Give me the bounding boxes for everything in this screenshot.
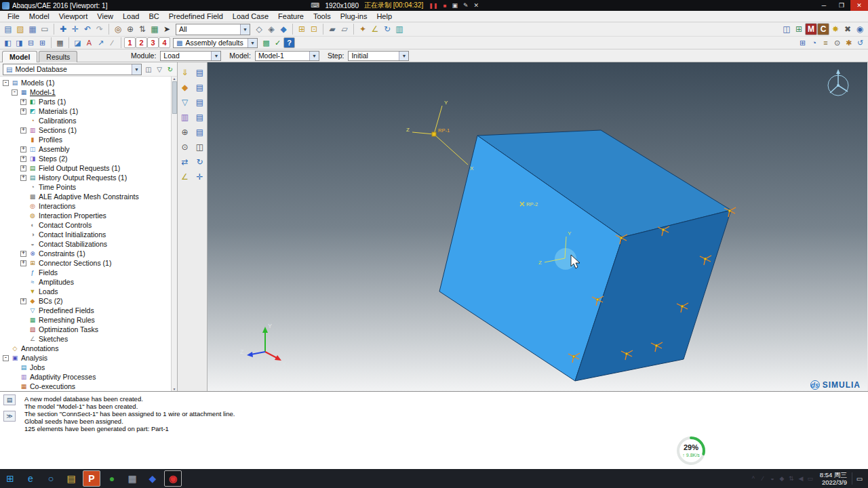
view-rotate-icon[interactable]: ↻ <box>381 23 393 35</box>
compass-plugin-icon[interactable]: ◉ <box>854 23 866 35</box>
view-cut-icon[interactable]: ◪ <box>72 37 83 48</box>
tree-item-model-1[interactable]: -▦Model-1 <box>0 87 171 97</box>
powerpoint-icon[interactable]: P <box>83 470 100 487</box>
tree-item-fields[interactable]: ƒFields <box>0 268 171 277</box>
pan-view-icon[interactable]: ✛ <box>69 23 81 35</box>
render-wireframe-icon[interactable]: ◇ <box>253 23 265 35</box>
tray-network-icon[interactable]: ⇅ <box>787 474 796 483</box>
tray-expand-icon[interactable]: ^ <box>749 474 758 483</box>
scrollbar-thumb[interactable] <box>172 81 177 114</box>
menu-bc[interactable]: BC <box>144 12 163 21</box>
module-combo[interactable]: Load ▼ <box>160 51 221 61</box>
tree-item-history-output-requests-1[interactable]: +▤History Output Requests (1) <box>0 173 171 182</box>
new-model-icon[interactable]: ▤ <box>2 23 14 35</box>
undo-icon[interactable]: ↶ <box>81 23 94 35</box>
query-icon[interactable]: ◎ <box>112 23 124 35</box>
tree-item-analysis[interactable]: -▣Analysis <box>0 353 171 363</box>
search-icon[interactable]: ○ <box>42 470 60 487</box>
expand-icon[interactable]: + <box>20 260 26 266</box>
c-plugin-icon[interactable]: C <box>817 23 829 35</box>
tray-cloud-icon[interactable]: ◒ <box>768 474 777 483</box>
open-database-icon[interactable]: ▧ <box>14 23 26 35</box>
expand-icon[interactable]: + <box>20 146 26 152</box>
blue-app-icon[interactable]: ◆ <box>144 470 161 487</box>
tree-item-interaction-properties[interactable]: ◍Interaction Properties <box>0 211 171 220</box>
color-code-combo[interactable]: ▩ Assembly defaults ▼ <box>173 38 258 48</box>
close-recorder-icon[interactable]: ✕ <box>474 2 479 9</box>
plugin-window-icon[interactable]: ◫ <box>781 23 793 35</box>
sweep-icon[interactable]: ↺ <box>854 37 866 48</box>
recorder-app-icon[interactable]: ◉ <box>164 470 182 487</box>
menu-view[interactable]: View <box>92 12 118 21</box>
tree-item-loads[interactable]: ▼Loads <box>0 287 171 296</box>
model-database-combo[interactable]: ▤ Model Database ▼ <box>3 64 142 75</box>
create-surface-icon[interactable]: ◫ <box>194 141 206 153</box>
tree-item-contact-initializations[interactable]: ◑Contact Initializations <box>0 230 171 239</box>
calculator-icon[interactable]: ▦ <box>54 37 66 48</box>
menu-viewport[interactable]: Viewport <box>54 12 93 21</box>
tree-item-interactions[interactable]: ◎Interactions <box>0 201 171 211</box>
render-hidden-icon[interactable]: ◈ <box>265 23 277 35</box>
file-explorer-icon[interactable]: ▤ <box>62 470 80 487</box>
create-bc-icon[interactable]: ◆ <box>179 81 191 94</box>
tray-battery-icon[interactable]: ▭ <box>806 474 815 483</box>
color-apply-icon[interactable]: ✓ <box>272 37 283 48</box>
camera-icon[interactable]: ▣ <box>452 2 458 9</box>
step-combo[interactable]: Initial ▼ <box>348 51 409 61</box>
create-load-case-icon[interactable]: ▥ <box>179 111 191 123</box>
menu-load-case[interactable]: Load Case <box>228 12 273 21</box>
menu-model[interactable]: Model <box>24 12 54 21</box>
start-button-icon[interactable]: ⊞ <box>1 470 19 487</box>
spreadsheet-icon[interactable]: ▦ <box>149 23 161 35</box>
tree-scrollbar[interactable]: ▲ ▼ <box>171 77 177 391</box>
color-palette-icon[interactable]: ▩ <box>260 37 272 48</box>
tree-pin-icon[interactable]: ◫ <box>143 64 154 75</box>
view-preset-2-icon[interactable]: 2 <box>136 37 147 48</box>
tree-item-sketches[interactable]: ∠Sketches <box>0 334 171 344</box>
help-icon[interactable]: ? <box>283 37 295 48</box>
tree-item-remeshing-rules[interactable]: ▦Remeshing Rules <box>0 315 171 325</box>
edit-annotation-icon[interactable]: ∕ <box>106 37 118 48</box>
ie-browser-icon[interactable]: e <box>22 470 39 487</box>
sort-icon[interactable]: ⇅ <box>136 23 149 35</box>
tree-item-ale-adaptive-mesh-constraints[interactable]: ▩ALE Adaptive Mesh Constraints <box>0 192 171 201</box>
taskbar-clock[interactable]: 8:54 周三 2022/3/9 <box>820 471 847 486</box>
tree-item-optimization-tasks[interactable]: ▧Optimization Tasks <box>0 325 171 334</box>
close-button[interactable]: ✕ <box>850 0 868 11</box>
probe-icon[interactable]: ⊙ <box>831 37 843 48</box>
run-script-icon[interactable]: ✦ <box>357 23 369 35</box>
tree-item-profiles[interactable]: ▮Profiles <box>0 135 171 144</box>
tree-item-jobs[interactable]: ▤Jobs <box>0 363 171 372</box>
tree-item-parts-1[interactable]: +◧Parts (1) <box>0 97 171 106</box>
tree-item-co-executions[interactable]: ▦Co-executions <box>0 382 171 391</box>
tree-item-contact-controls[interactable]: ◐Contact Controls <box>0 220 171 230</box>
tree-item-sections-1[interactable]: +▥Sections (1) <box>0 125 171 135</box>
gear-plugin-icon[interactable]: ✸ <box>829 23 842 35</box>
tree-item-materials-1[interactable]: +◩Materials (1) <box>0 106 171 116</box>
tree-filter-icon[interactable]: ▽ <box>154 64 165 75</box>
tray-shield-icon[interactable]: ◆ <box>777 474 787 483</box>
model-combo[interactable]: Model-1 ▼ <box>255 51 319 61</box>
expand-icon[interactable]: + <box>20 99 26 105</box>
tray-pen-icon[interactable]: ∕ <box>758 474 768 483</box>
history-output-icon[interactable]: ◔ <box>808 37 820 48</box>
redo-icon[interactable]: ↷ <box>94 23 106 35</box>
tree-item-annotations[interactable]: ◇Annotations <box>0 344 171 353</box>
tab-results[interactable]: Results <box>39 51 77 62</box>
tab-model[interactable]: Model <box>2 51 37 62</box>
minimize-button[interactable]: ─ <box>815 0 833 11</box>
tree-item-field-output-requests-1[interactable]: +▤Field Output Requests (1) <box>0 163 171 173</box>
viewport-annotation-icon[interactable]: ⊞ <box>296 23 308 35</box>
tree-item-amplitudes[interactable]: ≈Amplitudes <box>0 277 171 287</box>
progress-ring[interactable]: 29% ↑ 9.8K/s <box>675 434 707 467</box>
expand-icon[interactable]: + <box>20 165 26 171</box>
tree-sync-icon[interactable]: ↻ <box>165 64 176 75</box>
notification-center-icon[interactable]: ▭ <box>852 472 864 485</box>
create-load-icon[interactable]: ⇓ <box>179 66 191 79</box>
menu-plug-ins[interactable]: Plug-ins <box>336 12 372 21</box>
tree-item-assembly[interactable]: +◫Assembly <box>0 144 171 154</box>
expand-icon[interactable]: + <box>20 175 26 181</box>
perspective-on-icon[interactable]: ▰ <box>326 23 338 35</box>
viewport[interactable]: Y Z X RP-1 RP-2 Y Z <box>208 62 867 391</box>
collapse-icon[interactable]: - <box>3 355 9 361</box>
